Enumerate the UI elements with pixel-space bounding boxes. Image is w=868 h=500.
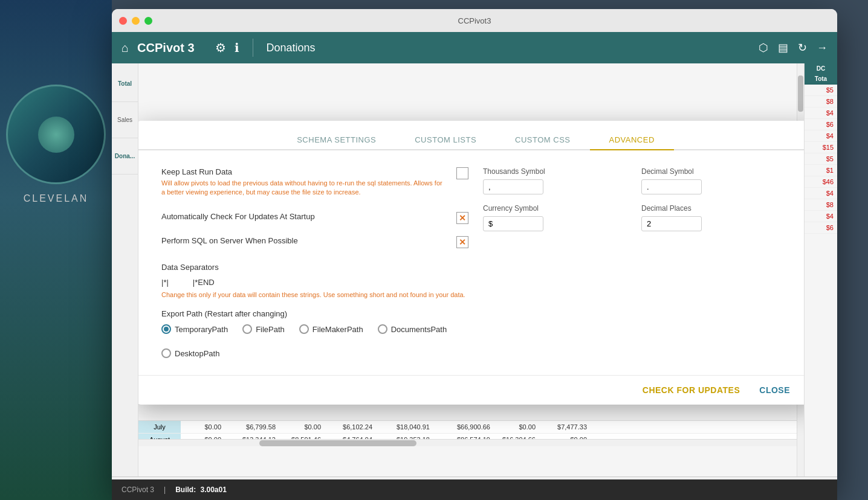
radio-documents-path[interactable]: DocumentsPath (378, 324, 447, 334)
currency-symbol-group: Currency Symbol (483, 204, 632, 231)
keep-last-run-label-block: Keep Last Run Data Will allow pivots to … (161, 167, 447, 197)
table-cell: $66,900.66 (435, 421, 495, 433)
radio-filemaker-path[interactable]: FileMakerPath (299, 324, 363, 334)
decimal-places-input[interactable] (641, 216, 702, 231)
separators-section: Data Separators |*| |*END Change this on… (161, 263, 468, 300)
table-cell: $6,799.58 (226, 421, 280, 433)
sidebar-item-donations[interactable]: Dona... (112, 138, 138, 175)
right-col-value-1: $5 (805, 85, 837, 96)
table-cell: $6,102.24 (326, 421, 377, 433)
thousands-label: Thousands Symbol (483, 167, 632, 176)
tab-advanced[interactable]: ADVANCED (590, 130, 674, 149)
title-bar: CCPivot3 (112, 9, 837, 32)
decimal-places-label: Decimal Places (641, 204, 790, 213)
table-cell: $18,040.91 (377, 421, 435, 433)
separators-label: Data Separators (161, 263, 468, 272)
currency-label: Currency Symbol (483, 204, 632, 213)
refresh-icon[interactable]: ↻ (798, 41, 807, 54)
right-col-value-11: $8 (805, 199, 837, 211)
thousands-input[interactable] (483, 179, 543, 194)
radio-circle-desktop (161, 348, 171, 358)
export-icon[interactable]: ⬡ (759, 41, 768, 54)
perform-sql-label-block: Perform SQL on Server When Possible (161, 236, 447, 245)
radio-circle-file (242, 324, 252, 334)
check-updates-button[interactable]: CHECK FOR UPDATES (643, 385, 740, 395)
window-title: CCPivot3 (458, 16, 491, 25)
radio-circle-temporary (161, 324, 171, 334)
radio-label-filemaker: FileMakerPath (313, 325, 363, 334)
settings-grid: Keep Last Run Data Will allow pivots to … (161, 167, 790, 358)
table-month-july: July (138, 421, 181, 433)
perform-sql-row: Perform SQL on Server When Possible ✕ (161, 236, 468, 248)
left-settings-col: Keep Last Run Data Will allow pivots to … (161, 167, 468, 358)
keep-last-run-data-row: Keep Last Run Data Will allow pivots to … (161, 167, 468, 197)
symbols-grid: Thousands Symbol Decimal Symbol Currency… (483, 167, 790, 231)
tab-custom-lists[interactable]: CUSTOM LISTS (395, 130, 496, 149)
radio-temporary-path[interactable]: TemporaryPath (161, 324, 228, 334)
right-col-value-13: $6 (805, 222, 837, 234)
minimize-button[interactable] (132, 17, 140, 25)
decimal-symbol-input[interactable] (641, 179, 702, 194)
print-icon[interactable]: ▤ (778, 41, 788, 54)
keep-last-run-checkbox[interactable] (456, 167, 468, 179)
table-cell: $7,477.33 (540, 421, 592, 433)
auto-check-checkbox[interactable]: ✕ (456, 212, 468, 224)
radio-label-temporary: TemporaryPath (175, 325, 228, 334)
main-window: CCPivot3 ⌂ CCPivot 3 ⚙ ℹ Donations ⬡ ▤ ↻… (112, 9, 837, 492)
keep-last-run-desc: Will allow pivots to load the previous d… (161, 179, 447, 197)
app-header: ⌂ CCPivot 3 ⚙ ℹ Donations ⬡ ▤ ↻ → (112, 32, 837, 63)
right-col-value-3: $4 (805, 107, 837, 119)
close-button[interactable]: CLOSE (759, 385, 790, 395)
right-col-header2: Tota (805, 74, 837, 85)
radio-label-desktop: DesktopPath (175, 349, 219, 358)
dialog-body: Keep Last Run Data Will allow pivots to … (137, 150, 814, 375)
decimal-symbol-label: Decimal Symbol (641, 167, 790, 176)
maximize-button[interactable] (144, 17, 152, 25)
perform-sql-label: Perform SQL on Server When Possible (161, 236, 447, 245)
tab-custom-css[interactable]: CUSTOM CSS (496, 130, 589, 149)
status-build: Build: 3.00a01 (175, 486, 227, 494)
status-separator: | (164, 486, 166, 494)
right-settings-col: Thousands Symbol Decimal Symbol Currency… (483, 167, 790, 358)
status-app-name: CCPivot 3 (121, 486, 154, 494)
separator-values-row: |*| |*END (161, 278, 468, 287)
perform-sql-checkbox[interactable]: ✕ (456, 236, 468, 248)
gear-icon[interactable]: ⚙ (215, 40, 226, 55)
dialog-footer: CHECK FOR UPDATES CLOSE (137, 375, 814, 405)
right-col-value-10: $4 (805, 188, 837, 199)
page-title: Donations (267, 42, 316, 54)
export-path-label: Export Path (Restart after changing) (161, 309, 468, 318)
sidebar-item-sales[interactable]: Sales (112, 102, 138, 138)
home-icon[interactable]: ⌂ (121, 41, 129, 55)
right-col-value-5: $4 (805, 130, 837, 142)
decimal-symbol-group: Decimal Symbol (641, 167, 790, 194)
radio-circle-documents (378, 324, 387, 334)
radio-circle-filemaker (299, 324, 309, 334)
right-col-value-7: $5 (805, 153, 837, 165)
header-separator (253, 39, 253, 57)
thousands-symbol-group: Thousands Symbol (483, 167, 632, 194)
tab-schema-settings[interactable]: SCHEMA SETTINGS (277, 130, 395, 149)
auto-check-updates-row: Automatically Check For Updates At Start… (161, 212, 468, 224)
export-path-radio-group: TemporaryPath FilePath FileMakerPath (161, 324, 468, 358)
radio-file-path[interactable]: FilePath (242, 324, 285, 334)
header-right-actions: ⬡ ▤ ↻ → (759, 41, 828, 54)
right-col-value-9: $46 (805, 176, 837, 188)
sidebar-item-total[interactable]: Total (112, 66, 138, 102)
table-cell: $0.00 (181, 421, 226, 433)
decimal-places-group: Decimal Places (641, 204, 790, 231)
export-path-section: Export Path (Restart after changing) Tem… (161, 309, 468, 358)
status-bar: CCPivot 3 | Build: 3.00a01 (112, 479, 837, 500)
table-cell: $0.00 (280, 421, 326, 433)
forward-icon[interactable]: → (817, 42, 828, 54)
advanced-settings-dialog: SCHEMA SETTINGS CUSTOM LISTS CUSTOM CSS … (137, 121, 814, 405)
close-button[interactable] (119, 17, 127, 25)
keep-last-run-label: Keep Last Run Data (161, 167, 447, 176)
currency-input[interactable] (483, 216, 543, 231)
build-value: 3.00a01 (201, 486, 227, 494)
right-col-header1: DC (805, 63, 837, 74)
info-icon[interactable]: ℹ (235, 40, 239, 55)
radio-desktop-path[interactable]: DesktopPath (161, 348, 219, 358)
table-cell: $0.00 (495, 421, 540, 433)
traffic-lights (119, 17, 152, 25)
